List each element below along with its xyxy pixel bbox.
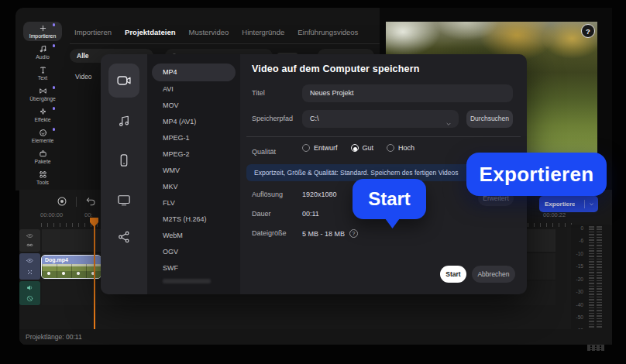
help-button[interactable]: ? — [581, 24, 595, 38]
meter-db-label: -6 — [571, 239, 583, 244]
category-audio[interactable] — [117, 115, 131, 129]
browse-button[interactable]: Durchsuchen — [466, 110, 513, 128]
notification-dot — [53, 23, 56, 26]
export-dialog: MP4AVIMOVMP4 (AV1)MPEG-1MPEG-2WMVMKVFLVM… — [101, 54, 527, 294]
record-icon[interactable] — [57, 196, 67, 207]
format-list: MP4AVIMOVMP4 (AV1)MPEG-1MPEG-2WMVMKVFLVM… — [147, 54, 240, 294]
plus-icon — [38, 23, 47, 33]
title-input[interactable]: Neues Projekt — [302, 84, 513, 102]
undo-icon[interactable] — [85, 196, 96, 207]
sidebar-item-pakete[interactable]: Pakete — [23, 147, 62, 167]
filter-video-item[interactable]: Video — [75, 73, 92, 81]
sidebar-item-uebergaenge[interactable]: Übergänge — [23, 84, 62, 104]
timeline-statusbar: Projektlänge: 00:11 — [19, 329, 612, 345]
summary-label-1: Dauer — [252, 210, 271, 218]
ruler-label-start: 00:00:00 — [40, 211, 63, 218]
tab-projektdateien[interactable]: Projektdateien — [125, 28, 175, 36]
speaker-icon[interactable] — [26, 284, 33, 291]
tab-einführungsvideos[interactable]: Einführungsvideos — [298, 28, 358, 36]
path-select[interactable]: C:\ — [302, 110, 459, 128]
app-export-button[interactable]: Exportieren — [539, 196, 598, 212]
sidebar-item-importieren[interactable]: Importieren — [23, 22, 62, 41]
tab-mustervideo[interactable]: Mustervideo — [189, 28, 229, 36]
project-length-label: Projektlänge: 00:11 — [26, 333, 82, 341]
toolbar-divider — [76, 197, 77, 207]
notification-dot — [53, 107, 56, 110]
sidebar-item-tools[interactable]: Tools — [23, 168, 62, 187]
format-option-clipped[interactable] — [163, 279, 211, 283]
format-option-mp4-av1-[interactable]: MP4 (AV1) — [147, 114, 240, 130]
meter-db-label: -10 — [571, 252, 583, 257]
media-tabs: ImportierenProjektdateienMustervideoHint… — [74, 28, 358, 36]
sidebar-item-effekte[interactable]: Effekte — [23, 105, 62, 125]
category-tv[interactable] — [117, 193, 131, 207]
link-icon[interactable] — [26, 242, 33, 249]
sidebar-item-elemente[interactable]: Elemente — [23, 126, 62, 146]
format-option-webm[interactable]: WebM — [147, 228, 240, 244]
format-option-mpeg-1[interactable]: MPEG-1 — [147, 130, 240, 146]
start-button[interactable]: Start — [440, 266, 466, 283]
chevron-down-icon[interactable] — [585, 201, 598, 207]
quality-radio-entwurf[interactable]: Entwurf — [302, 144, 338, 152]
track3-header[interactable] — [19, 281, 40, 305]
filesize-help-icon[interactable]: ? — [349, 229, 358, 238]
tabs-divider — [70, 43, 380, 44]
format-option-mov[interactable]: MOV — [147, 98, 240, 114]
format-option-wmv[interactable]: WMV — [147, 163, 240, 179]
clip-thumbnails — [42, 264, 101, 278]
radio-icon — [387, 144, 394, 152]
format-option-flv[interactable]: FLV — [147, 195, 240, 211]
video-camera-icon — [116, 73, 132, 88]
quality-radio-gut[interactable]: Gut — [351, 144, 374, 152]
sidebar-item-label: Text — [38, 75, 47, 81]
track2-header[interactable] — [19, 253, 40, 280]
track1-header[interactable] — [19, 229, 40, 252]
track-options-icon[interactable] — [26, 269, 33, 276]
path-field-label: Speicherpfad — [252, 115, 293, 122]
category-social[interactable] — [117, 230, 131, 244]
meter-db-label: 0 — [571, 226, 583, 232]
transitions-icon — [38, 86, 47, 95]
meter-db-label: -15 — [571, 264, 583, 270]
format-option-mkv[interactable]: MKV — [147, 179, 240, 195]
notification-dot — [53, 86, 56, 89]
format-option-swf[interactable]: SWF — [147, 260, 240, 276]
eye-icon[interactable] — [26, 257, 33, 264]
meter-db-label: -40 — [571, 303, 583, 308]
radio-label: Entwurf — [314, 144, 338, 152]
tv-icon — [117, 193, 131, 207]
playhead-line[interactable] — [94, 219, 95, 329]
timeline-clip[interactable]: Dog.mp4 — [41, 255, 101, 279]
notification-dot — [53, 44, 56, 47]
sidebar-item-label: Pakete — [34, 159, 50, 164]
grid-icon — [38, 170, 47, 179]
sidebar-item-text[interactable]: Text — [23, 64, 62, 83]
app-export-label: Exportieren — [539, 201, 575, 208]
category-device[interactable] — [117, 153, 131, 167]
text-icon — [38, 65, 47, 74]
notification-dot — [53, 128, 56, 131]
meter-db-label: -20 — [571, 277, 583, 283]
export-highlight-button[interactable]: Exportieren — [466, 153, 607, 196]
tab-hintergründe[interactable]: Hintergründe — [242, 28, 284, 36]
export-category-rail — [101, 54, 147, 294]
meter-db-label: -30 — [571, 290, 583, 295]
format-option-mpeg-2[interactable]: MPEG-2 — [147, 146, 240, 163]
quality-radio-hoch[interactable]: Hoch — [387, 144, 414, 152]
meter-bar-right — [597, 226, 602, 335]
cancel-button[interactable]: Abbrechen — [472, 266, 515, 283]
format-option-avi[interactable]: AVI — [147, 81, 240, 98]
format-option-m2ts-h-264-[interactable]: M2TS (H.264) — [147, 211, 240, 228]
summary-label-0: Auflösung — [252, 191, 283, 198]
sidebar-item-label: Elemente — [32, 138, 54, 143]
mute-icon[interactable] — [26, 295, 33, 302]
sidebar-item-audio[interactable]: Audio — [23, 43, 62, 62]
category-local-video[interactable] — [108, 64, 139, 98]
path-value: C:\ — [310, 115, 319, 122]
meter-scale: 0-6-10-15-20-30-40-50-60 — [571, 226, 583, 333]
format-option-mp4[interactable]: MP4 — [152, 64, 236, 81]
format-option-ogv[interactable]: OGV — [147, 244, 240, 260]
tab-importieren[interactable]: Importieren — [74, 28, 112, 36]
radio-icon — [302, 144, 310, 152]
eye-icon[interactable] — [26, 232, 33, 239]
